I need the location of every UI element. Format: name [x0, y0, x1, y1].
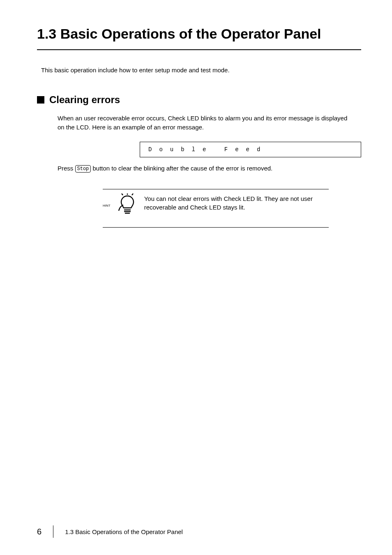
hint-text: You can not clear errors with Check LED …: [144, 193, 329, 212]
intro-text: This basic operation include how to ente…: [41, 67, 361, 74]
press-before-text: Press: [58, 165, 75, 172]
lcd-display: Double Feed: [140, 142, 361, 157]
stop-button-label: Stop: [75, 165, 91, 173]
title-divider: [37, 49, 361, 50]
section-heading: Clearing errors: [49, 94, 120, 106]
svg-line-3: [122, 193, 123, 195]
press-after-text: button to clear the blinking after the c…: [93, 165, 273, 172]
section-paragraph-1: When an user recoverable error occurs, C…: [58, 114, 353, 132]
footer-text: 1.3 Basic Operations of the Operator Pan…: [65, 528, 183, 535]
lightbulb-icon: [118, 193, 137, 218]
footer-divider: [53, 525, 53, 538]
page-number: 6: [37, 527, 42, 537]
section-bullet-icon: [37, 96, 44, 104]
svg-line-5: [132, 193, 133, 195]
hint-inner: HINT You can not clear errors with Check…: [103, 189, 329, 228]
section-heading-row: Clearing errors: [37, 94, 361, 106]
page-title: 1.3 Basic Operations of the Operator Pan…: [37, 25, 361, 43]
lcd-display-wrap: Double Feed: [140, 142, 361, 157]
hint-label: HINT: [103, 204, 111, 207]
press-line: Press Stop button to clear the blinking …: [58, 165, 361, 173]
hint-block: HINT You can not clear errors with Check…: [103, 189, 329, 228]
page-footer: 6 1.3 Basic Operations of the Operator P…: [37, 525, 183, 538]
document-page: 1.3 Basic Operations of the Operator Pan…: [0, 0, 392, 555]
